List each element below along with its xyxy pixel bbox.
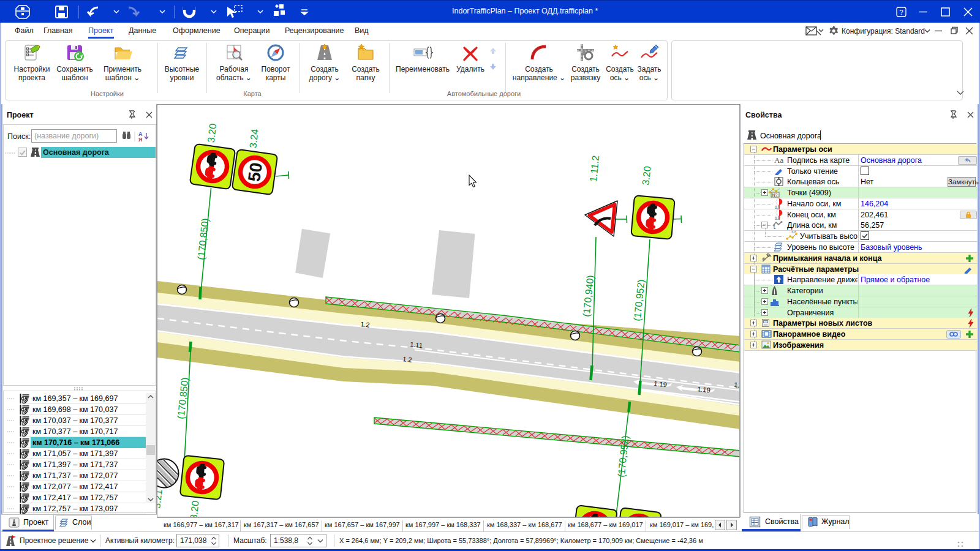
svg-text:1.11.2: 1.11.2 bbox=[588, 155, 601, 182]
svg-text:(170,850): (170,850) bbox=[195, 217, 210, 260]
svg-text:L: L bbox=[774, 225, 776, 230]
svg-text:1.2: 1.2 bbox=[360, 320, 371, 329]
svg-text:1.2: 1.2 bbox=[402, 355, 413, 364]
svg-text:1.19: 1.19 bbox=[697, 385, 711, 394]
svg-text:Я: Я bbox=[138, 137, 142, 143]
svg-text:Aa: Aa bbox=[774, 156, 783, 164]
svg-text:1.19: 1.19 bbox=[654, 380, 668, 388]
svg-text:3.20: 3.20 bbox=[188, 500, 200, 517]
svg-text:3.24: 3.24 bbox=[247, 129, 260, 149]
svg-text:Конфигурация: Standard: Конфигурация: Standard bbox=[842, 27, 925, 36]
svg-text:3.20: 3.20 bbox=[206, 123, 218, 143]
svg-text:N?: N? bbox=[772, 193, 778, 197]
svg-text:50: 50 bbox=[244, 161, 266, 182]
svg-text:3.21: 3.21 bbox=[157, 489, 164, 509]
svg-text:?: ? bbox=[899, 9, 903, 16]
svg-text:1.11: 1.11 bbox=[410, 340, 423, 349]
svg-text:(170,850): (170,850) bbox=[175, 377, 190, 419]
svg-text:1.: 1. bbox=[734, 381, 739, 389]
svg-text:3.20: 3.20 bbox=[640, 165, 652, 186]
